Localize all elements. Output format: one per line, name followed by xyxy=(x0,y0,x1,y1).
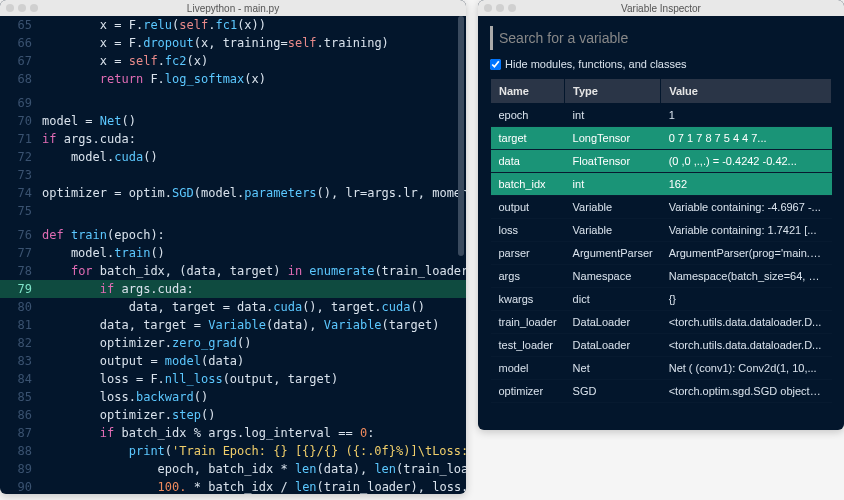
code-line[interactable]: 76def train(epoch): xyxy=(0,226,466,244)
code-text: data, target = Variable(data), Variable(… xyxy=(42,316,439,334)
code-line[interactable]: 87 if batch_idx % args.log_interval == 0… xyxy=(0,424,466,442)
cell-value: {} xyxy=(661,288,832,311)
line-number: 85 xyxy=(0,388,42,406)
table-row[interactable]: dataFloatTensor(0 ,0 ,.,.) = -0.4242 -0.… xyxy=(491,150,832,173)
editor-title-bar[interactable]: Livepython - main.py xyxy=(0,0,466,16)
cell-value: Variable containing: -4.6967 -... xyxy=(661,196,832,219)
code-line[interactable]: 71if args.cuda: xyxy=(0,130,466,148)
cell-value: Variable containing: 1.7421 [... xyxy=(661,219,832,242)
code-line[interactable]: 90 100. * batch_idx / len(train_loader),… xyxy=(0,478,466,494)
code-line[interactable]: 67 x = self.fc2(x) xyxy=(0,52,466,70)
table-header-row: Name Type Value xyxy=(491,79,832,104)
code-line[interactable]: 80 data, target = data.cuda(), target.cu… xyxy=(0,298,466,316)
code-line[interactable]: 73 xyxy=(0,166,466,184)
code-line[interactable]: 75 xyxy=(0,202,466,220)
table-row[interactable]: parserArgumentParserArgumentParser(prog=… xyxy=(491,242,832,265)
line-number: 65 xyxy=(0,16,42,34)
cell-value: <torch.utils.data.dataloader.D... xyxy=(661,334,832,357)
code-text: optimizer = optim.SGD(model.parameters()… xyxy=(42,184,466,202)
close-icon[interactable] xyxy=(484,4,492,12)
inspector-title-bar[interactable]: Variable Inspector xyxy=(478,0,844,16)
table-row[interactable]: test_loaderDataLoader<torch.utils.data.d… xyxy=(491,334,832,357)
table-row[interactable]: batch_idxint162 xyxy=(491,173,832,196)
code-line[interactable]: 74optimizer = optim.SGD(model.parameters… xyxy=(0,184,466,202)
line-number: 83 xyxy=(0,352,42,370)
cell-name: batch_idx xyxy=(491,173,565,196)
code-text: data, target = data.cuda(), target.cuda(… xyxy=(42,298,425,316)
cell-type: Variable xyxy=(565,219,661,242)
code-text: optimizer.zero_grad() xyxy=(42,334,252,352)
table-row[interactable]: lossVariableVariable containing: 1.7421 … xyxy=(491,219,832,242)
code-line[interactable]: 72 model.cuda() xyxy=(0,148,466,166)
code-line[interactable]: 81 data, target = Variable(data), Variab… xyxy=(0,316,466,334)
cell-name: epoch xyxy=(491,104,565,127)
line-number: 90 xyxy=(0,478,42,494)
code-line[interactable]: 66 x = F.dropout(x, training=self.traini… xyxy=(0,34,466,52)
hide-label: Hide modules, functions, and classes xyxy=(505,58,687,70)
code-line[interactable]: 88 print('Train Epoch: {} [{}/{} ({:.0f}… xyxy=(0,442,466,460)
code-line[interactable]: 83 output = model(data) xyxy=(0,352,466,370)
code-text: print('Train Epoch: {} [{}/{} ({:.0f}%)]… xyxy=(42,442,466,460)
cell-name: loss xyxy=(491,219,565,242)
traffic-lights[interactable] xyxy=(6,4,38,12)
cell-value: 162 xyxy=(661,173,832,196)
editor-window: Livepython - main.py 65 x = F.relu(self.… xyxy=(0,0,466,494)
table-row[interactable]: outputVariableVariable containing: -4.69… xyxy=(491,196,832,219)
minimize-icon[interactable] xyxy=(496,4,504,12)
code-line[interactable]: 78 for batch_idx, (data, target) in enum… xyxy=(0,262,466,280)
table-row[interactable]: kwargsdict{} xyxy=(491,288,832,311)
cell-type: ArgumentParser xyxy=(565,242,661,265)
inspector-title: Variable Inspector xyxy=(621,3,701,14)
hide-toggle-row[interactable]: Hide modules, functions, and classes xyxy=(490,58,832,70)
col-value[interactable]: Value xyxy=(661,79,832,104)
cell-type: LongTensor xyxy=(565,127,661,150)
line-number: 77 xyxy=(0,244,42,262)
table-row[interactable]: train_loaderDataLoader<torch.utils.data.… xyxy=(491,311,832,334)
code-line[interactable]: 82 optimizer.zero_grad() xyxy=(0,334,466,352)
col-type[interactable]: Type xyxy=(565,79,661,104)
traffic-lights[interactable] xyxy=(484,4,516,12)
code-text: def train(epoch): xyxy=(42,226,165,244)
minimize-icon[interactable] xyxy=(18,4,26,12)
col-name[interactable]: Name xyxy=(491,79,565,104)
code-text: if args.cuda: xyxy=(42,130,136,148)
cell-value: 1 xyxy=(661,104,832,127)
code-line[interactable]: 85 loss.backward() xyxy=(0,388,466,406)
table-row[interactable]: argsNamespaceNamespace(batch_size=64, cu… xyxy=(491,265,832,288)
code-line[interactable]: 65 x = F.relu(self.fc1(x)) xyxy=(0,16,466,34)
table-row[interactable]: targetLongTensor0 7 1 7 8 7 5 4 4 7... xyxy=(491,127,832,150)
cell-value: Net ( (conv1): Conv2d(1, 10,... xyxy=(661,357,832,380)
scrollbar-thumb[interactable] xyxy=(458,16,464,256)
zoom-icon[interactable] xyxy=(508,4,516,12)
code-text: model.train() xyxy=(42,244,165,262)
line-number: 80 xyxy=(0,298,42,316)
inspector-body: Hide modules, functions, and classes Nam… xyxy=(478,16,844,430)
code-line[interactable]: 77 model.train() xyxy=(0,244,466,262)
zoom-icon[interactable] xyxy=(30,4,38,12)
cell-type: dict xyxy=(565,288,661,311)
table-row[interactable]: modelNetNet ( (conv1): Conv2d(1, 10,... xyxy=(491,357,832,380)
code-line[interactable]: 68 return F.log_softmax(x) xyxy=(0,70,466,88)
code-line[interactable]: 70model = Net() xyxy=(0,112,466,130)
code-line[interactable]: 86 optimizer.step() xyxy=(0,406,466,424)
cell-name: output xyxy=(491,196,565,219)
line-number: 73 xyxy=(0,166,42,184)
line-number: 86 xyxy=(0,406,42,424)
cell-name: args xyxy=(491,265,565,288)
code-line[interactable]: 69 xyxy=(0,94,466,112)
cell-value: 0 7 1 7 8 7 5 4 4 7... xyxy=(661,127,832,150)
code-line[interactable]: 89 epoch, batch_idx * len(data), len(tra… xyxy=(0,460,466,478)
code-line[interactable]: 79 if args.cuda: xyxy=(0,280,466,298)
close-icon[interactable] xyxy=(6,4,14,12)
code-text: x = F.relu(self.fc1(x)) xyxy=(42,16,266,34)
code-area[interactable]: 65 x = F.relu(self.fc1(x))66 x = F.dropo… xyxy=(0,16,466,494)
search-input[interactable] xyxy=(499,30,826,46)
code-line[interactable]: 84 loss = F.nll_loss(output, target) xyxy=(0,370,466,388)
line-number: 68 xyxy=(0,70,42,88)
code-text: if args.cuda: xyxy=(42,280,194,298)
hide-checkbox[interactable] xyxy=(490,59,501,70)
table-row[interactable]: optimizerSGD<torch.optim.sgd.SGD object … xyxy=(491,380,832,403)
code-text: output = model(data) xyxy=(42,352,244,370)
table-row[interactable]: epochint1 xyxy=(491,104,832,127)
cell-value: (0 ,0 ,.,.) = -0.4242 -0.42... xyxy=(661,150,832,173)
